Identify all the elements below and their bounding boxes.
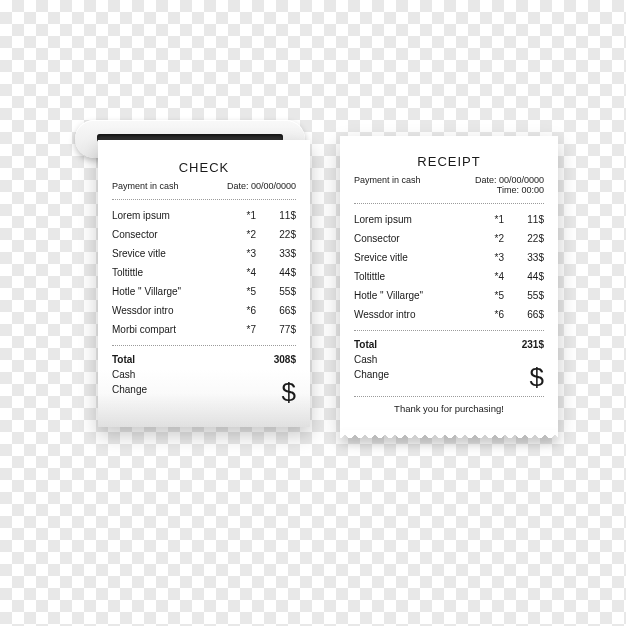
date-field: Date: 00/00/0000 xyxy=(475,175,544,185)
line-item: Wessdor intro*666$ xyxy=(112,301,296,320)
payment-label: Payment in cash xyxy=(112,181,179,191)
item-qty: *3 xyxy=(230,248,256,259)
line-item: Srevice vitle*333$ xyxy=(354,248,544,267)
receipt-receipt: RECEIPT Payment in cash Date: 00/00/0000… xyxy=(340,136,558,430)
check-totals: Total 308$ Cash Change $ xyxy=(112,352,296,405)
line-item: Toltittle*444$ xyxy=(354,267,544,286)
item-price: 77$ xyxy=(256,324,296,335)
total-line: Total 231$ xyxy=(354,337,544,352)
check-receipt: CHECK Payment in cash Date: 00/00/0000 L… xyxy=(98,140,310,427)
line-item: Hotle " Villarge"*555$ xyxy=(112,282,296,301)
canvas: CHECK Payment in cash Date: 00/00/0000 L… xyxy=(0,0,626,626)
item-price: 22$ xyxy=(256,229,296,240)
item-qty: *6 xyxy=(478,309,504,320)
line-item: Toltittle*444$ xyxy=(112,263,296,282)
receipt-totals: Total 231$ Cash Change $ xyxy=(354,337,544,390)
item-qty: *4 xyxy=(230,267,256,278)
separator xyxy=(112,199,296,200)
item-name: Lorem ipsum xyxy=(354,214,478,225)
line-item: Lorem ipsum*111$ xyxy=(354,210,544,229)
line-item: Wessdor intro*666$ xyxy=(354,305,544,324)
item-name: Wessdor intro xyxy=(112,305,230,316)
item-qty: *5 xyxy=(478,290,504,301)
separator xyxy=(354,330,544,331)
payment-label: Payment in cash xyxy=(354,175,421,185)
line-item: Lorem ipsum*111$ xyxy=(112,206,296,225)
receipt-items: Lorem ipsum*111$Consector*222$Srevice vi… xyxy=(354,210,544,324)
item-name: Hotle " Villarge" xyxy=(112,286,230,297)
receipt-meta: Payment in cash Date: 00/00/0000 Time: 0… xyxy=(354,175,544,195)
item-price: 55$ xyxy=(504,290,544,301)
item-price: 44$ xyxy=(256,267,296,278)
item-price: 11$ xyxy=(504,214,544,225)
check-meta: Payment in cash Date: 00/00/0000 xyxy=(112,181,296,191)
item-price: 33$ xyxy=(256,248,296,259)
line-item: Srevice vitle*333$ xyxy=(112,244,296,263)
item-name: Morbi compart xyxy=(112,324,230,335)
item-name: Consector xyxy=(112,229,230,240)
item-price: 44$ xyxy=(504,271,544,282)
item-name: Wessdor intro xyxy=(354,309,478,320)
perforation-edge xyxy=(340,430,558,438)
item-price: 11$ xyxy=(256,210,296,221)
item-price: 33$ xyxy=(504,252,544,263)
item-name: Lorem ipsum xyxy=(112,210,230,221)
item-name: Toltittle xyxy=(354,271,478,282)
line-item: Hotle " Villarge"*555$ xyxy=(354,286,544,305)
separator xyxy=(354,396,544,397)
time-field: Time: 00:00 xyxy=(497,185,544,195)
line-item: Consector*222$ xyxy=(354,229,544,248)
item-price: 66$ xyxy=(504,309,544,320)
separator xyxy=(112,345,296,346)
item-price: 22$ xyxy=(504,233,544,244)
date-field: Date: 00/00/0000 xyxy=(227,181,296,191)
line-item: Morbi compart*777$ xyxy=(112,320,296,339)
separator xyxy=(354,203,544,204)
item-qty: *2 xyxy=(478,233,504,244)
item-qty: *4 xyxy=(478,271,504,282)
item-qty: *1 xyxy=(478,214,504,225)
check-title: CHECK xyxy=(112,160,296,175)
line-item: Consector*222$ xyxy=(112,225,296,244)
item-name: Toltittle xyxy=(112,267,230,278)
item-qty: *5 xyxy=(230,286,256,297)
item-qty: *6 xyxy=(230,305,256,316)
check-items: Lorem ipsum*111$Consector*222$Srevice vi… xyxy=(112,206,296,339)
receipt-title: RECEIPT xyxy=(354,154,544,169)
total-line: Total 308$ xyxy=(112,352,296,367)
item-name: Srevice vitle xyxy=(112,248,230,259)
item-qty: *3 xyxy=(478,252,504,263)
item-name: Srevice vitle xyxy=(354,252,478,263)
item-qty: *2 xyxy=(230,229,256,240)
item-name: Consector xyxy=(354,233,478,244)
item-price: 66$ xyxy=(256,305,296,316)
item-qty: *7 xyxy=(230,324,256,335)
item-name: Hotle " Villarge" xyxy=(354,290,478,301)
item-qty: *1 xyxy=(230,210,256,221)
thanks-message: Thank you for purchasing! xyxy=(354,403,544,414)
item-price: 55$ xyxy=(256,286,296,297)
